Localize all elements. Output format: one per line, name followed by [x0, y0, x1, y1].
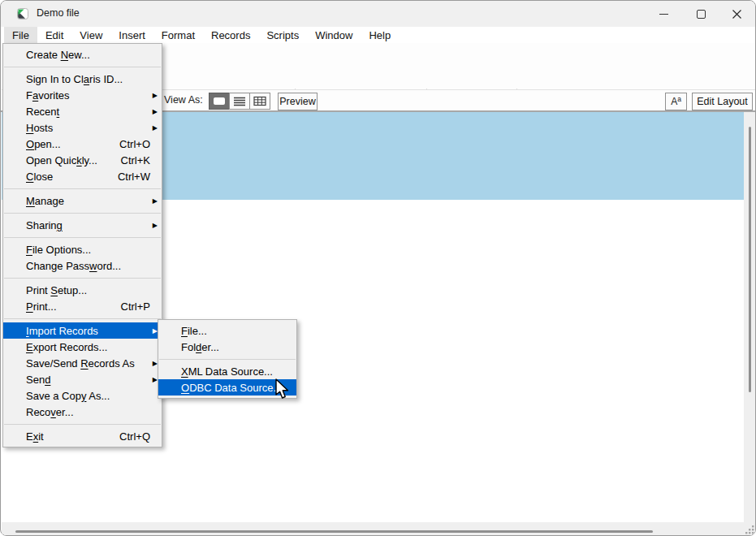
menu-separator: [3, 209, 162, 217]
view-toggle-group: [209, 93, 270, 110]
menu-item-sharing[interactable]: Sharing▶: [3, 217, 162, 233]
menubar-item-help[interactable]: Help: [361, 27, 399, 43]
file-menu: Create New...Sign In to Claris ID...Favo…: [2, 43, 162, 447]
menu-item-favorites[interactable]: Favorites▶: [3, 87, 162, 103]
maximize-button[interactable]: [682, 1, 719, 27]
menu-separator: [3, 274, 162, 282]
resize-grip-icon[interactable]: [745, 525, 755, 535]
list-view-button[interactable]: [229, 93, 250, 110]
minimize-icon: [659, 10, 668, 19]
menu-item-shortcut: Ctrl+W: [118, 171, 155, 183]
menu-item-shortcut: Ctrl+P: [121, 300, 155, 313]
menu-item-xml-data-source[interactable]: XML Data Source...: [158, 363, 296, 379]
titlebar: Demo file: [1, 1, 755, 27]
menu-item-shortcut: Ctrl+Q: [119, 430, 155, 443]
menubar-item-view[interactable]: View: [71, 27, 110, 43]
menu-item-folder[interactable]: Folder...: [158, 339, 296, 355]
menubar-item-edit[interactable]: Edit: [37, 27, 71, 43]
view-as-label: View As:: [164, 94, 203, 106]
menu-separator: [3, 314, 162, 322]
submenu-arrow-icon: ▶: [153, 92, 158, 99]
menu-separator: [3, 233, 162, 241]
close-button[interactable]: [718, 1, 755, 27]
preview-button[interactable]: Preview: [278, 93, 318, 110]
menu-separator: [158, 355, 296, 363]
maximize-icon: [697, 10, 706, 19]
menu-item-hosts[interactable]: Hosts▶: [3, 119, 162, 136]
menubar-item-format[interactable]: Format: [153, 27, 203, 43]
close-icon: [732, 10, 741, 19]
menubar-item-insert[interactable]: Insert: [110, 27, 153, 43]
form-view-button[interactable]: [209, 93, 230, 110]
submenu-arrow-icon: ▶: [153, 222, 158, 229]
menubar: FileEditViewInsertFormatRecordsScriptsWi…: [1, 27, 755, 43]
menu-item-close[interactable]: CloseCtrl+W: [3, 168, 162, 184]
menu-item-open[interactable]: Open...Ctrl+O: [3, 136, 162, 152]
menu-separator: [3, 420, 162, 428]
menu-separator: [3, 63, 162, 71]
table-view-button[interactable]: [249, 93, 270, 110]
window-title: Demo file: [37, 7, 80, 19]
menu-item-file-options[interactable]: File Options...: [3, 241, 162, 257]
menu-item-print[interactable]: Print...Ctrl+P: [3, 298, 162, 314]
menu-item-file[interactable]: File...: [158, 322, 296, 339]
edit-layout-button[interactable]: Edit Layout: [692, 93, 753, 110]
minimize-button[interactable]: [645, 1, 682, 27]
menu-item-send[interactable]: Send▶: [3, 371, 162, 387]
menubar-item-scripts[interactable]: Scripts: [258, 27, 307, 43]
menu-item-export-records[interactable]: Export Records...: [3, 339, 162, 355]
menubar-item-window[interactable]: Window: [307, 27, 361, 43]
menu-item-create-new[interactable]: Create New...: [3, 46, 162, 63]
horizontal-scrollbar-thumb[interactable]: [15, 530, 653, 533]
table-view-icon: [253, 96, 266, 106]
menu-item-save-a-copy-as[interactable]: Save a Copy As...: [3, 387, 162, 404]
menu-item-open-quickly[interactable]: Open Quickly...Ctrl+K: [3, 152, 162, 168]
menu-item-exit[interactable]: ExitCtrl+Q: [3, 428, 162, 444]
vertical-scrollbar-thumb[interactable]: [749, 127, 751, 392]
list-view-icon: [233, 96, 246, 106]
submenu-arrow-icon: ▶: [153, 124, 158, 132]
menu-item-recent[interactable]: Recent▶: [3, 103, 162, 119]
menu-item-manage[interactable]: Manage▶: [3, 192, 162, 209]
app-icon: [17, 8, 28, 19]
menu-item-change-password[interactable]: Change Password...: [3, 257, 162, 274]
menubar-item-records[interactable]: Records: [203, 27, 258, 43]
menu-item-sign-in-to-claris-id[interactable]: Sign In to Claris ID...: [3, 71, 162, 87]
menu-item-recover[interactable]: Recover...: [3, 404, 162, 420]
formatting-bar-label-main: A: [671, 93, 677, 110]
menu-item-shortcut: Ctrl+O: [119, 138, 155, 150]
app-window: Demo file FileEditViewInsertFormatRecord…: [0, 0, 756, 536]
cursor-arrow-icon: [274, 378, 290, 400]
formatting-bar-label-sup: a: [677, 93, 681, 105]
menu-item-print-setup[interactable]: Print Setup...: [3, 282, 162, 298]
menu-item-save-send-records-as[interactable]: Save/Send Records As▶: [3, 355, 162, 371]
form-view-icon: [213, 96, 226, 106]
submenu-arrow-icon: ▶: [153, 108, 158, 115]
menubar-item-file[interactable]: File: [4, 27, 37, 43]
vertical-scrollbar[interactable]: [744, 112, 756, 536]
horizontal-scrollbar[interactable]: [2, 522, 744, 536]
menu-item-shortcut: Ctrl+K: [121, 154, 155, 166]
menu-item-import-records[interactable]: Import Records▶: [3, 322, 162, 339]
menu-separator: [3, 184, 162, 192]
formatting-bar-button[interactable]: A a: [665, 93, 687, 110]
submenu-arrow-icon: ▶: [153, 197, 158, 205]
